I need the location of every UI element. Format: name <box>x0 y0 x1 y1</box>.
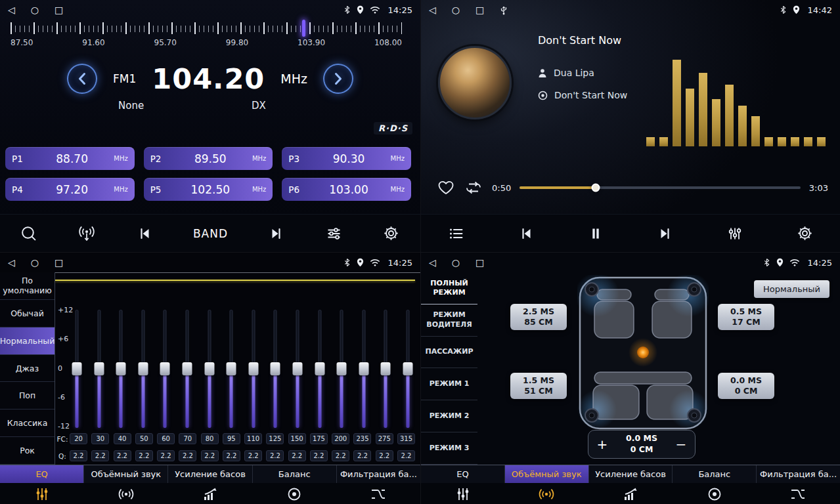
progress-thumb[interactable] <box>591 184 600 192</box>
eq-band-slider[interactable] <box>70 310 84 428</box>
audio-settings-icon[interactable] <box>325 225 343 242</box>
equalizer-icon[interactable] <box>726 225 743 242</box>
bass-boost-tab-icon[interactable] <box>588 483 673 504</box>
bass-boost-tab-icon[interactable] <box>168 483 252 504</box>
surround-mode-item[interactable]: РЕЖИМ 3 <box>421 432 477 465</box>
surround-mode-item[interactable]: РЕЖИМ ВОДИТЕЛЯ <box>421 304 477 337</box>
surround-tab-icon[interactable] <box>505 483 589 504</box>
eq-slider-thumb[interactable] <box>160 362 170 375</box>
back-icon[interactable]: ◁ <box>8 258 15 267</box>
frequency-pointer[interactable] <box>302 20 305 37</box>
eq-band-slider[interactable] <box>136 310 150 428</box>
eq-slider-thumb[interactable] <box>182 362 192 375</box>
eq-band-slider[interactable] <box>202 310 217 428</box>
back-icon[interactable]: ◁ <box>8 5 15 14</box>
recents-icon[interactable]: □ <box>55 258 63 267</box>
tune-down-button[interactable] <box>67 64 97 94</box>
broadcast-icon[interactable] <box>77 225 96 242</box>
audio-tab[interactable]: Баланс <box>673 465 757 483</box>
eq-band-slider[interactable] <box>268 310 282 428</box>
surround-tab-icon[interactable] <box>84 483 168 504</box>
eq-slider-thumb[interactable] <box>72 362 82 375</box>
eq-preset-item[interactable]: Джаз <box>0 355 55 383</box>
audio-tab[interactable]: Усиление басов <box>168 465 252 483</box>
settings-gear-icon[interactable] <box>796 224 814 242</box>
scan-icon[interactable] <box>20 224 37 242</box>
eq-slider-thumb[interactable] <box>403 362 412 375</box>
audio-tab[interactable]: Фильтрация ба... <box>757 465 840 483</box>
preset-button[interactable]: P6103.00MHz <box>282 178 411 201</box>
delay-front-right-button[interactable]: 0.5 MS 17 CM <box>718 304 774 330</box>
eq-band-slider[interactable] <box>357 310 371 428</box>
increase-delay-button[interactable]: + <box>588 436 616 452</box>
listening-position-dot[interactable] <box>637 346 649 358</box>
eq-slider-thumb[interactable] <box>271 362 280 375</box>
eq-tab-icon[interactable] <box>0 483 84 504</box>
eq-tab-icon[interactable] <box>421 483 505 504</box>
eq-slider-thumb[interactable] <box>204 362 214 375</box>
tune-up-button[interactable] <box>323 64 353 94</box>
eq-band-slider[interactable] <box>224 310 238 428</box>
eq-band-slider[interactable] <box>378 310 393 428</box>
audio-tab[interactable]: Объёмный звук <box>84 465 168 483</box>
repeat-icon[interactable] <box>464 179 483 196</box>
eq-preset-item[interactable]: По умолчанию <box>0 272 55 300</box>
preset-button[interactable]: P289.50MHz <box>144 147 273 170</box>
album-art[interactable] <box>438 46 512 119</box>
previous-icon[interactable] <box>136 225 153 242</box>
eq-band-slider[interactable] <box>334 310 349 428</box>
eq-slider-thumb[interactable] <box>359 362 368 375</box>
eq-slider-thumb[interactable] <box>337 362 347 375</box>
eq-band-slider[interactable] <box>246 310 261 428</box>
preset-button[interactable]: P390.30MHz <box>282 147 411 170</box>
back-icon[interactable]: ◁ <box>429 258 436 267</box>
audio-tab[interactable]: EQ <box>0 465 84 483</box>
surround-mode-item[interactable]: ПАССАЖИР <box>421 337 477 369</box>
recents-icon[interactable]: □ <box>55 5 63 14</box>
surround-preset-button[interactable]: Нормальный <box>754 280 829 298</box>
eq-slider-thumb[interactable] <box>94 362 104 375</box>
progress-bar[interactable] <box>519 186 801 189</box>
eq-preset-item[interactable]: Рок <box>0 437 55 465</box>
audio-tab[interactable]: Баланс <box>253 465 337 483</box>
audio-tab[interactable]: EQ <box>421 465 505 483</box>
eq-preset-item[interactable]: Обычай <box>0 300 55 327</box>
balance-tab-icon[interactable] <box>673 483 757 504</box>
band-button[interactable]: BAND <box>193 227 228 240</box>
preset-button[interactable]: P188.70MHz <box>5 147 135 170</box>
eq-band-slider[interactable] <box>114 310 128 428</box>
eq-preset-item[interactable]: Поп <box>0 382 55 410</box>
back-icon[interactable]: ◁ <box>429 5 436 14</box>
eq-slider-thumb[interactable] <box>116 362 126 375</box>
delay-rear-right-button[interactable]: 0.0 MS 0 CM <box>718 373 774 399</box>
eq-band-slider[interactable] <box>313 310 327 428</box>
filter-tab-icon[interactable] <box>756 483 840 504</box>
eq-preset-item[interactable]: Классика <box>0 410 55 437</box>
eq-preset-item[interactable]: Нормальный <box>0 327 55 355</box>
eq-band-slider[interactable] <box>401 310 415 428</box>
delay-rear-left-button[interactable]: 1.5 MS 51 CM <box>510 373 567 399</box>
previous-track-icon[interactable] <box>518 225 535 242</box>
eq-slider-thumb[interactable] <box>248 362 258 375</box>
favorite-icon[interactable] <box>437 179 455 196</box>
home-icon[interactable]: ○ <box>31 258 39 267</box>
eq-slider-thumb[interactable] <box>292 362 302 375</box>
audio-tab[interactable]: Объёмный звук <box>505 465 589 483</box>
balance-tab-icon[interactable] <box>252 483 336 504</box>
eq-band-slider[interactable] <box>92 310 106 428</box>
eq-slider-thumb[interactable] <box>138 362 148 375</box>
delay-front-left-button[interactable]: 2.5 MS 85 CM <box>510 304 567 330</box>
settings-gear-icon[interactable] <box>382 224 400 242</box>
filter-tab-icon[interactable] <box>336 483 420 504</box>
surround-mode-item[interactable]: ПОЛНЫЙ РЕЖИМ <box>421 272 477 304</box>
eq-slider-thumb[interactable] <box>315 362 324 375</box>
home-icon[interactable]: ○ <box>452 5 460 14</box>
preset-button[interactable]: P497.20MHz <box>5 178 135 201</box>
audio-tab[interactable]: Фильтрация ба... <box>337 465 420 483</box>
surround-mode-item[interactable]: РЕЖИМ 1 <box>421 368 477 400</box>
eq-band-slider[interactable] <box>158 310 172 428</box>
eq-band-slider[interactable] <box>290 310 305 428</box>
next-icon[interactable] <box>268 225 285 242</box>
preset-button[interactable]: P5102.50MHz <box>144 178 273 201</box>
next-track-icon[interactable] <box>657 225 674 242</box>
